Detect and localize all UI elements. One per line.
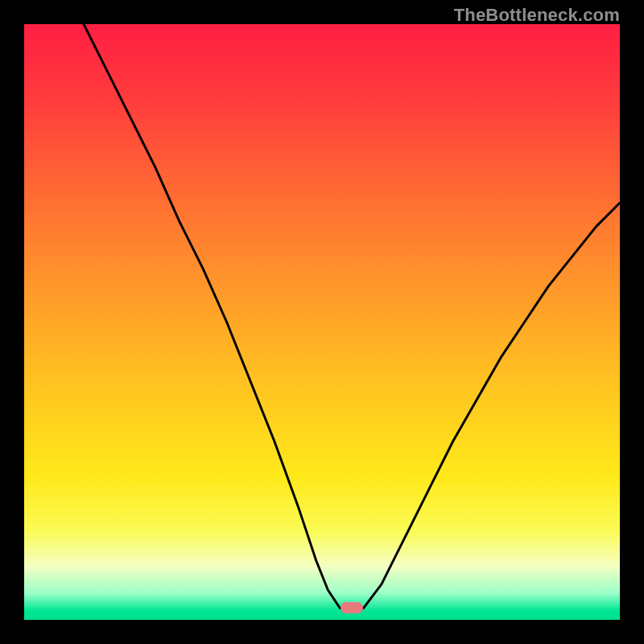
watermark-text: TheBottleneck.com xyxy=(454,5,620,26)
chart-frame: TheBottleneck.com xyxy=(0,0,644,644)
curve-path xyxy=(84,24,620,611)
optimum-marker-icon xyxy=(341,602,363,613)
bottleneck-curve xyxy=(24,24,620,620)
plot-area xyxy=(24,24,620,620)
